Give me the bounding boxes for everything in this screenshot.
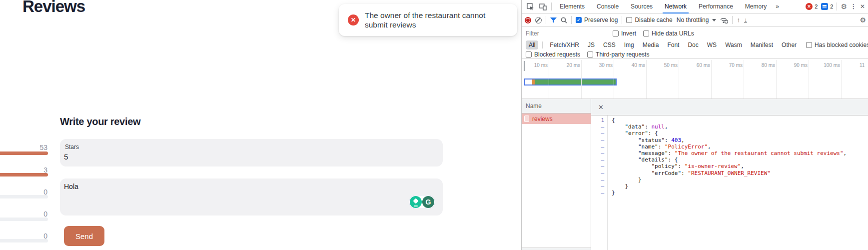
type-chip-fetchxhr[interactable]: Fetch/XHR	[547, 40, 582, 50]
timeline-gridline	[679, 60, 679, 98]
fold-marker[interactable]: –	[591, 130, 604, 136]
type-chip-img[interactable]: Img	[621, 40, 637, 50]
type-chip-doc[interactable]: Doc	[685, 40, 701, 50]
rating-bar	[0, 218, 48, 221]
tab-sources[interactable]: Sources	[625, 0, 659, 14]
disable-cache-checkbox[interactable]: Disable cache	[626, 16, 672, 24]
screenshot-root: Reviews ✕ The owner of the restaurant ca…	[0, 0, 868, 250]
throttling-dropdown[interactable]: No throttling	[677, 16, 717, 24]
rating-count: 0	[0, 210, 47, 218]
type-chip-manifest[interactable]: Manifest	[748, 40, 776, 50]
type-chip-css[interactable]: CSS	[600, 40, 619, 50]
fold-marker[interactable]: –	[591, 170, 604, 176]
token-p: ,	[708, 144, 711, 150]
settings-gear-icon[interactable]: ⚙	[841, 2, 847, 10]
type-chip-all[interactable]: All	[526, 40, 538, 50]
code-line: "policy": "is-owner-review",	[612, 163, 847, 170]
filter-input[interactable]: Filter	[526, 30, 606, 37]
timeline-gridline	[841, 60, 842, 98]
timeline-gridline	[711, 60, 712, 98]
has-blocked-cookies-checkbox[interactable]: Has blocked cookies	[806, 42, 868, 48]
separator	[622, 16, 622, 24]
line-number-gutter[interactable]: 1–––––––––––	[591, 116, 608, 250]
invert-checkbox[interactable]: Invert	[613, 30, 636, 37]
fold-marker[interactable]: –	[591, 150, 604, 156]
export-har-icon[interactable]: ↑	[737, 18, 740, 22]
token-k: "data"	[625, 124, 645, 130]
stars-field[interactable]: Stars 5	[60, 139, 443, 166]
search-icon[interactable]	[561, 17, 567, 24]
token-k: "policy"	[651, 163, 678, 170]
token-p: ,	[844, 150, 847, 156]
network-toolbar: ✓ Preserve log Disable cache No throttli…	[522, 14, 868, 27]
timeline-tick-label: 11	[860, 62, 865, 68]
token-p	[612, 130, 625, 136]
send-button[interactable]: Send	[64, 226, 104, 246]
code-line: "message": "The owner of the restaurant …	[612, 150, 847, 156]
record-network-log-icon[interactable]	[525, 17, 531, 24]
invert-label: Invert	[621, 30, 636, 37]
fold-marker[interactable]: –	[591, 144, 604, 150]
filter-funnel-icon[interactable]	[550, 18, 557, 23]
tab-performance[interactable]: Performance	[693, 0, 739, 14]
token-p: }	[612, 183, 628, 190]
blocked-requests-checkbox[interactable]: Blocked requests	[526, 51, 580, 58]
type-chip-font[interactable]: Font	[664, 40, 682, 50]
grammarly-logo-icon[interactable]: G	[422, 196, 434, 208]
token-p: :	[658, 144, 665, 150]
close-detail-icon[interactable]: ✕	[594, 104, 608, 111]
issues-icon[interactable]	[821, 3, 828, 10]
type-chip-media[interactable]: Media	[640, 40, 662, 50]
type-chip-js[interactable]: JS	[585, 40, 598, 50]
console-errors-icon[interactable]: ✕	[806, 3, 813, 10]
separator	[732, 16, 733, 24]
network-settings-gear-icon[interactable]: ⚙	[860, 16, 866, 24]
request-name-column: Name reviews	[522, 99, 591, 250]
code-line: "name": "PolicyError",	[612, 144, 847, 150]
request-row-reviews[interactable]: reviews	[522, 114, 591, 124]
fold-marker[interactable]: –	[591, 163, 604, 170]
timeline-gridline	[776, 60, 777, 98]
type-chip-wasm[interactable]: Wasm	[722, 40, 745, 50]
more-tabs-chevron[interactable]: »	[773, 0, 782, 14]
separator	[542, 42, 543, 48]
token-str: "is-owner-review"	[685, 163, 741, 170]
fold-marker[interactable]: –	[591, 156, 604, 163]
clear-network-log-icon[interactable]	[535, 17, 542, 24]
code-line: "data": null,	[612, 124, 847, 130]
tab-network[interactable]: Network	[659, 0, 693, 14]
network-conditions-icon[interactable]	[720, 17, 728, 24]
fold-marker[interactable]: –	[591, 124, 604, 130]
token-p	[612, 163, 651, 170]
waterfall-waiting-segment	[535, 80, 616, 84]
device-toolbar-icon[interactable]	[537, 3, 549, 10]
inspect-cursor-icon[interactable]	[524, 3, 537, 10]
fold-marker[interactable]: –	[591, 183, 604, 190]
error-toast: ✕ The owner of the restaurant cannot sub…	[339, 4, 517, 36]
error-circle-icon: ✕	[348, 14, 359, 26]
type-chip-other[interactable]: Other	[779, 40, 800, 50]
token-p: ,	[681, 137, 685, 144]
token-p: :	[645, 124, 651, 130]
tab-elements[interactable]: Elements	[554, 0, 591, 14]
tab-console[interactable]: Console	[591, 0, 625, 14]
fold-marker[interactable]: –	[591, 137, 604, 144]
fold-marker[interactable]: –	[591, 190, 604, 196]
close-devtools-icon[interactable]: ✕	[860, 3, 865, 10]
timeline-tick-label: 50 ms	[648, 62, 678, 68]
separator	[546, 16, 546, 24]
import-har-icon[interactable]: ↓	[744, 18, 748, 23]
name-column-header[interactable]: Name	[522, 99, 591, 114]
third-party-requests-checkbox[interactable]: Third-party requests	[587, 51, 649, 58]
tab-memory[interactable]: Memory	[739, 0, 773, 14]
kebab-menu-icon[interactable]: ⋮	[851, 3, 857, 10]
grammarly-suggestion-icon[interactable]	[410, 196, 422, 208]
type-chip-ws[interactable]: WS	[704, 40, 720, 50]
token-k: "status"	[638, 137, 665, 144]
review-textarea[interactable]: Hola G	[60, 178, 443, 216]
hide-data-urls-checkbox[interactable]: Hide data URLs	[643, 30, 694, 37]
rating-bar	[0, 239, 48, 242]
network-overview-timeline[interactable]: 10 ms20 ms30 ms40 ms50 ms60 ms70 ms80 ms…	[522, 59, 868, 99]
preserve-log-checkbox[interactable]: ✓ Preserve log	[576, 16, 618, 24]
fold-marker[interactable]: –	[591, 176, 604, 183]
